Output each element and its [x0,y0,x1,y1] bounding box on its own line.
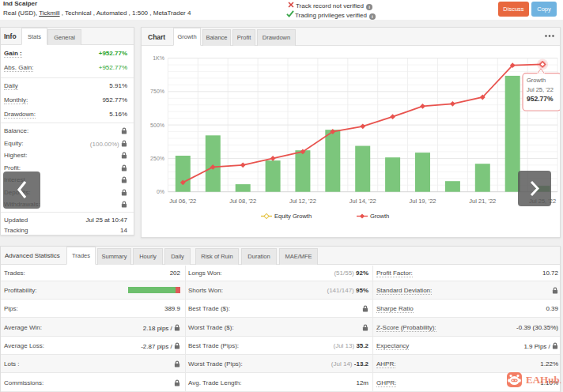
svg-text:Jul 12, '22: Jul 12, '22 [289,198,316,205]
svg-text:Jul 08, '22: Jul 08, '22 [229,198,256,205]
svg-text:952.77%: 952.77% [527,95,554,103]
svg-text:Jul 14, '22: Jul 14, '22 [350,198,376,205]
svg-text:0%: 0% [157,189,164,194]
svg-text:1K%: 1K% [153,55,164,61]
svg-text:Jul 21, '22: Jul 21, '22 [469,198,496,205]
svg-text:Jul 06, '22: Jul 06, '22 [169,198,196,205]
svg-text:750%: 750% [150,89,164,94]
svg-text:Jul 25, '22: Jul 25, '22 [527,86,554,93]
svg-text:250%: 250% [150,156,164,161]
svg-text:Growth: Growth [527,77,546,84]
svg-text:Growth: Growth [370,213,389,220]
svg-text:Equity Growth: Equity Growth [274,213,312,220]
svg-text:500%: 500% [150,122,164,128]
svg-text:Jul 19, '22: Jul 19, '22 [410,198,436,205]
